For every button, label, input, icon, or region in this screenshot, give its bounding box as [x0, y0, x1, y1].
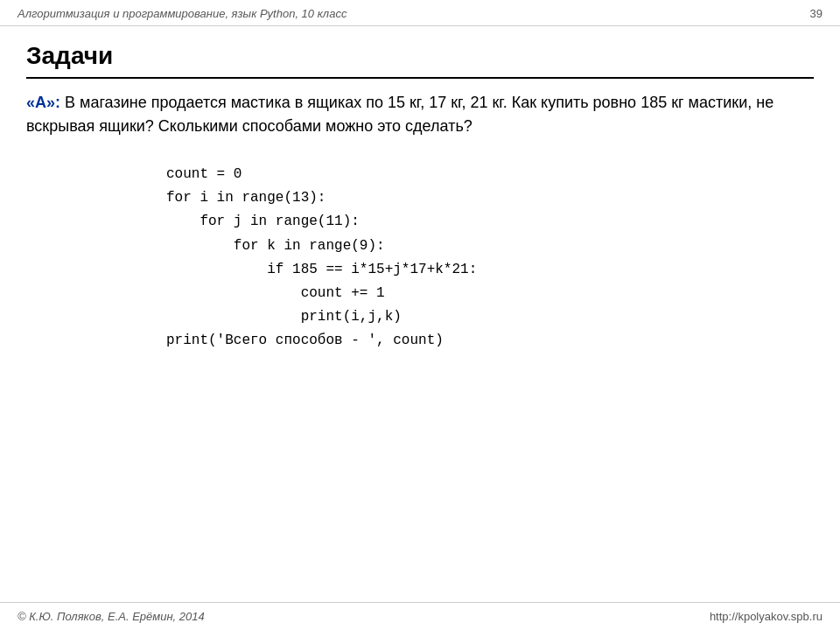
task-text: «A»: В магазине продается мастика в ящик… — [26, 91, 814, 138]
header-title: Алгоритмизация и программирование, язык … — [18, 7, 346, 20]
section-heading: Задачи — [26, 42, 814, 79]
code-line-2: for i in range(13): — [166, 186, 814, 210]
header-bar: Алгоритмизация и программирование, язык … — [0, 0, 840, 26]
code-line-3: for j in range(11): — [166, 210, 814, 234]
code-line-1: count = 0 — [166, 163, 814, 186]
main-content: Задачи «A»: В магазине продается мастика… — [0, 26, 840, 371]
footer: © К.Ю. Поляков, Е.А. Ерёмин, 2014 http:/… — [0, 602, 840, 630]
footer-left: © К.Ю. Поляков, Е.А. Ерёмин, 2014 — [18, 610, 205, 623]
header-page: 39 — [810, 7, 822, 20]
code-line-4: for k in range(9): — [166, 234, 814, 258]
code-block: count = 0 for i in range(13): for j in r… — [166, 163, 814, 354]
footer-right: http://kpolyakov.spb.ru — [710, 610, 822, 623]
code-line-5: if 185 == i*15+j*17+k*21: — [166, 258, 814, 282]
code-line-6: count += 1 — [166, 282, 814, 305]
code-line-7: print(i,j,k) — [166, 305, 814, 329]
task-body: В магазине продается мастика в ящиках по… — [26, 94, 774, 135]
task-label: «A»: — [26, 94, 60, 111]
code-line-8: print('Всего способов - ', count) — [166, 329, 814, 353]
